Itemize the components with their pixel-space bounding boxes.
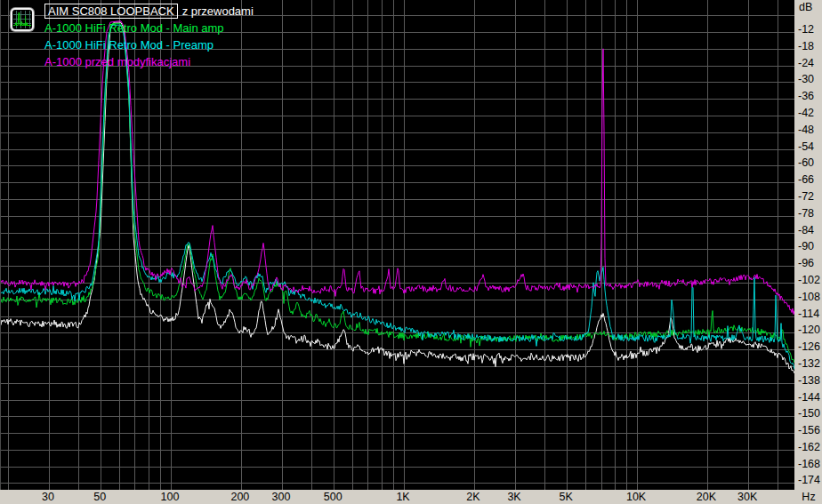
y-tick-label: -42 <box>798 107 814 119</box>
y-tick-label: -78 <box>798 207 814 220</box>
y-tick-label: -24 <box>798 57 814 69</box>
y-tick-label: -150 <box>798 407 820 420</box>
x-tick-label: 3K <box>496 491 532 503</box>
y-tick-label: -120 <box>798 324 820 336</box>
y-tick-label: -60 <box>798 156 814 169</box>
y-tick-label: -54 <box>798 140 814 153</box>
y-tick-label: -174 <box>798 474 820 486</box>
y-axis-gutter: dB -12-18-24-30-36-42-48-54-60-66-72-78-… <box>794 0 822 504</box>
y-tick-label: -90 <box>798 240 814 252</box>
x-tick-label: 200 <box>222 491 258 503</box>
y-tick-label: -12 <box>798 23 814 36</box>
legend-item-preamp[interactable]: A-1000 HiFi Retro Mod - Preamp <box>44 36 254 53</box>
y-tick-label: -84 <box>798 224 814 236</box>
x-tick-label: 50 <box>82 491 117 503</box>
x-tick-label: 10K <box>618 491 654 503</box>
legend-label: A-1000 przed modyfikacjami <box>44 55 190 68</box>
y-tick-label: -114 <box>798 308 819 320</box>
x-tick-label: 2K <box>455 491 491 503</box>
overlay-legend: AIM SC808 LOOPBACKz przewodami A-1000 Hi… <box>44 3 254 70</box>
y-tick-label: -102 <box>798 274 820 286</box>
y-tick-label: -144 <box>798 391 820 404</box>
x-tick-label: 1K <box>385 491 421 503</box>
y-axis-unit-label: dB <box>799 1 812 13</box>
x-axis-unit-label: Hz <box>797 491 820 503</box>
y-tick-label: -108 <box>798 291 820 303</box>
legend-item-przed-modyfikacjami[interactable]: A-1000 przed modyfikacjami <box>44 53 254 70</box>
legend-label: A-1000 HiFi Retro Mod - Preamp <box>44 38 214 52</box>
y-tick-label: -162 <box>798 441 820 453</box>
y-tick-label: -168 <box>798 458 820 470</box>
y-tick-label: -72 <box>798 190 814 203</box>
mini-spectrum-icon <box>12 10 32 29</box>
y-tick-label: -126 <box>798 340 820 353</box>
y-tick-label: -48 <box>798 124 814 136</box>
fft-plot-canvas <box>1 0 795 490</box>
legend-label-suffix: z przewodami <box>182 4 254 18</box>
y-tick-label: -132 <box>798 357 820 370</box>
y-tick-label: -66 <box>798 173 814 186</box>
spectrum-plot-area: AIM SC808 LOOPBACKz przewodami A-1000 Hi… <box>0 0 794 490</box>
x-tick-label: 20K <box>689 491 724 503</box>
x-axis-gutter: 30501002003005001K2K3K5K10K20K30K <box>0 490 794 504</box>
y-tick-label: -30 <box>798 73 814 85</box>
spectrum-analyzer-window: AIM SC808 LOOPBACKz przewodami A-1000 Hi… <box>0 0 822 504</box>
x-tick-label: 5K <box>548 491 584 503</box>
x-tick-label: 300 <box>263 491 299 503</box>
legend-item-main-amp[interactable]: A-1000 HiFi Retro Mod - Main amp <box>44 20 254 36</box>
legend-label-selected: AIM SC808 LOOPBACK <box>44 4 178 19</box>
x-tick-label: 500 <box>315 491 351 503</box>
spectrum-window-icon-button[interactable] <box>11 8 34 31</box>
x-tick-label: 30 <box>30 491 66 503</box>
y-tick-label: -138 <box>798 374 820 387</box>
y-tick-label: -96 <box>798 257 814 269</box>
legend-item-loopback[interactable]: AIM SC808 LOOPBACKz przewodami <box>44 3 254 20</box>
x-tick-label: 100 <box>152 491 188 503</box>
x-tick-label: 30K <box>729 491 765 503</box>
grid-lines <box>1 0 795 490</box>
y-tick-label: -18 <box>798 40 814 52</box>
y-tick-label: -36 <box>798 90 814 102</box>
y-tick-label: -156 <box>798 424 820 436</box>
legend-label: A-1000 HiFi Retro Mod - Main amp <box>44 21 224 35</box>
